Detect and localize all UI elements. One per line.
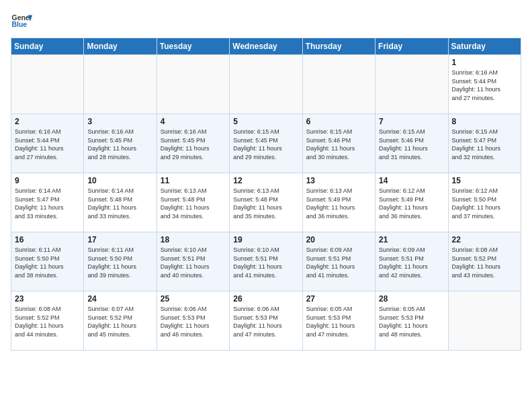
day-number: 19 [233,235,298,244]
logo-icon: General Blue [11,11,32,32]
calendar-cell: 14Sunrise: 6:12 AM Sunset: 5:49 PM Dayli… [375,173,448,232]
calendar-cell: 9Sunrise: 6:14 AM Sunset: 5:47 PM Daylig… [11,173,84,232]
day-info: Sunrise: 6:05 AM Sunset: 5:53 PM Dayligh… [306,305,371,338]
calendar-cell: 11Sunrise: 6:13 AM Sunset: 5:48 PM Dayli… [157,173,229,232]
calendar-cell: 13Sunrise: 6:13 AM Sunset: 5:49 PM Dayli… [302,173,375,232]
weekday-header-monday: Monday [84,38,157,55]
day-number: 10 [87,176,152,185]
calendar-cell: 26Sunrise: 6:06 AM Sunset: 5:53 PM Dayli… [230,291,302,351]
calendar-cell [157,55,229,114]
day-number: 16 [15,235,80,244]
day-info: Sunrise: 6:13 AM Sunset: 5:49 PM Dayligh… [306,187,371,220]
calendar-cell: 25Sunrise: 6:06 AM Sunset: 5:53 PM Dayli… [157,291,229,351]
calendar-cell: 19Sunrise: 6:10 AM Sunset: 5:51 PM Dayli… [230,232,302,291]
day-number: 26 [233,294,298,304]
day-info: Sunrise: 6:09 AM Sunset: 5:51 PM Dayligh… [379,246,444,279]
day-number: 21 [379,235,444,244]
day-info: Sunrise: 6:15 AM Sunset: 5:46 PM Dayligh… [306,128,371,161]
day-number: 13 [306,176,371,185]
day-info: Sunrise: 6:05 AM Sunset: 5:53 PM Dayligh… [379,305,444,338]
calendar-cell: 1Sunrise: 6:16 AM Sunset: 5:44 PM Daylig… [448,55,521,114]
calendar-cell: 2Sunrise: 6:16 AM Sunset: 5:44 PM Daylig… [11,114,84,173]
day-number: 12 [233,176,298,185]
weekday-header-thursday: Thursday [302,38,375,55]
calendar-header-row: SundayMondayTuesdayWednesdayThursdayFrid… [11,38,521,55]
svg-text:Blue: Blue [12,21,28,28]
calendar-cell: 4Sunrise: 6:16 AM Sunset: 5:45 PM Daylig… [157,114,229,173]
day-info: Sunrise: 6:08 AM Sunset: 5:52 PM Dayligh… [452,246,517,279]
day-info: Sunrise: 6:15 AM Sunset: 5:45 PM Dayligh… [233,128,298,161]
day-number: 8 [452,117,517,126]
day-number: 1 [452,58,517,67]
calendar-cell: 7Sunrise: 6:15 AM Sunset: 5:46 PM Daylig… [375,114,448,173]
day-info: Sunrise: 6:15 AM Sunset: 5:47 PM Dayligh… [452,128,517,161]
day-number: 27 [306,294,371,304]
calendar-cell: 5Sunrise: 6:15 AM Sunset: 5:45 PM Daylig… [230,114,302,173]
day-number: 25 [161,294,226,304]
day-number: 4 [161,117,226,126]
day-number: 18 [161,235,226,244]
day-info: Sunrise: 6:16 AM Sunset: 5:45 PM Dayligh… [87,128,152,161]
calendar-cell: 3Sunrise: 6:16 AM Sunset: 5:45 PM Daylig… [84,114,157,173]
calendar-cell [11,55,84,114]
logo: General Blue [11,11,35,32]
day-info: Sunrise: 6:13 AM Sunset: 5:48 PM Dayligh… [161,187,226,220]
calendar-cell: 24Sunrise: 6:07 AM Sunset: 5:52 PM Dayli… [84,291,157,351]
day-number: 20 [306,235,371,244]
day-info: Sunrise: 6:12 AM Sunset: 5:49 PM Dayligh… [379,187,444,220]
day-number: 3 [87,117,152,126]
calendar-cell: 21Sunrise: 6:09 AM Sunset: 5:51 PM Dayli… [375,232,448,291]
day-number: 9 [15,176,80,185]
day-info: Sunrise: 6:16 AM Sunset: 5:44 PM Dayligh… [452,68,517,102]
day-info: Sunrise: 6:14 AM Sunset: 5:47 PM Dayligh… [15,187,80,220]
day-info: Sunrise: 6:16 AM Sunset: 5:44 PM Dayligh… [15,128,80,161]
calendar-cell [230,55,302,114]
calendar-cell [84,55,157,114]
day-info: Sunrise: 6:10 AM Sunset: 5:51 PM Dayligh… [233,246,298,279]
calendar-week-row: 23Sunrise: 6:08 AM Sunset: 5:52 PM Dayli… [11,291,521,351]
calendar-cell: 23Sunrise: 6:08 AM Sunset: 5:52 PM Dayli… [11,291,84,351]
calendar-cell: 16Sunrise: 6:11 AM Sunset: 5:50 PM Dayli… [11,232,84,291]
day-number: 17 [87,235,152,244]
calendar-cell: 15Sunrise: 6:12 AM Sunset: 5:50 PM Dayli… [448,173,521,232]
calendar-cell [375,55,448,114]
calendar-cell: 27Sunrise: 6:05 AM Sunset: 5:53 PM Dayli… [302,291,375,351]
calendar-week-row: 16Sunrise: 6:11 AM Sunset: 5:50 PM Dayli… [11,232,521,291]
weekday-header-tuesday: Tuesday [157,38,229,55]
day-number: 14 [379,176,444,185]
day-number: 2 [15,117,80,126]
calendar-cell: 17Sunrise: 6:11 AM Sunset: 5:50 PM Dayli… [84,232,157,291]
calendar-cell: 6Sunrise: 6:15 AM Sunset: 5:46 PM Daylig… [302,114,375,173]
day-info: Sunrise: 6:10 AM Sunset: 5:51 PM Dayligh… [161,246,226,279]
calendar-cell [302,55,375,114]
calendar-cell: 8Sunrise: 6:15 AM Sunset: 5:47 PM Daylig… [448,114,521,173]
day-number: 28 [379,294,444,304]
calendar-cell: 10Sunrise: 6:14 AM Sunset: 5:48 PM Dayli… [84,173,157,232]
day-number: 23 [15,294,80,304]
day-number: 11 [161,176,226,185]
day-info: Sunrise: 6:06 AM Sunset: 5:53 PM Dayligh… [161,305,226,338]
page-header: General Blue [11,11,521,32]
day-info: Sunrise: 6:13 AM Sunset: 5:48 PM Dayligh… [233,187,298,220]
day-number: 15 [452,176,517,185]
weekday-header-friday: Friday [375,38,448,55]
calendar-cell: 18Sunrise: 6:10 AM Sunset: 5:51 PM Dayli… [157,232,229,291]
day-info: Sunrise: 6:09 AM Sunset: 5:51 PM Dayligh… [306,246,371,279]
calendar-cell: 28Sunrise: 6:05 AM Sunset: 5:53 PM Dayli… [375,291,448,351]
day-number: 7 [379,117,444,126]
day-info: Sunrise: 6:14 AM Sunset: 5:48 PM Dayligh… [87,187,152,220]
day-info: Sunrise: 6:11 AM Sunset: 5:50 PM Dayligh… [87,246,152,279]
weekday-header-wednesday: Wednesday [230,38,302,55]
calendar-cell: 22Sunrise: 6:08 AM Sunset: 5:52 PM Dayli… [448,232,521,291]
day-info: Sunrise: 6:07 AM Sunset: 5:52 PM Dayligh… [87,305,152,338]
day-info: Sunrise: 6:06 AM Sunset: 5:53 PM Dayligh… [233,305,298,338]
day-number: 24 [87,294,152,304]
calendar-week-row: 2Sunrise: 6:16 AM Sunset: 5:44 PM Daylig… [11,114,521,173]
day-info: Sunrise: 6:08 AM Sunset: 5:52 PM Dayligh… [15,305,80,338]
calendar-cell [448,291,521,351]
day-info: Sunrise: 6:11 AM Sunset: 5:50 PM Dayligh… [15,246,80,279]
weekday-header-saturday: Saturday [448,38,521,55]
calendar-cell: 20Sunrise: 6:09 AM Sunset: 5:51 PM Dayli… [302,232,375,291]
calendar-week-row: 9Sunrise: 6:14 AM Sunset: 5:47 PM Daylig… [11,173,521,232]
day-info: Sunrise: 6:16 AM Sunset: 5:45 PM Dayligh… [161,128,226,161]
